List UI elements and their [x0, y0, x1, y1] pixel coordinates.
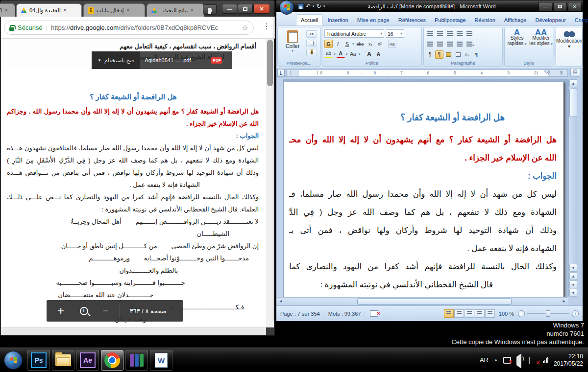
clear-formatting-button[interactable]: Aa — [388, 40, 396, 48]
chevron-down-icon[interactable]: ▾ — [352, 42, 354, 46]
sort-button[interactable]: A↓ — [463, 50, 471, 59]
paste-button[interactable]: Coller ▾ — [282, 30, 303, 53]
office-button[interactable] — [279, 0, 294, 15]
bold-button[interactable]: G — [324, 40, 333, 48]
subscript-button[interactable]: x₂ — [367, 40, 375, 48]
increase-indent-button[interactable] — [465, 30, 474, 38]
address-bar[interactable]: Sécurisé | https://drive.google.com/driv… — [4, 21, 254, 35]
underline-button[interactable]: S — [343, 40, 351, 48]
change-styles-button[interactable]: AA Modifier les styles ▾ — [529, 30, 553, 46]
chevron-down-icon[interactable]: ▾ — [334, 52, 336, 56]
tab-close-icon[interactable]: × — [190, 7, 194, 14]
line-spacing-button[interactable]: ▾ — [465, 40, 476, 48]
multilevel-list-button[interactable] — [445, 30, 454, 38]
web-layout-view-button[interactable] — [465, 309, 474, 318]
ltr-paragraph-button[interactable]: ¶ — [426, 50, 434, 59]
word-page[interactable]: هل الرافضة أو الشيعة كفار ؟ هل الرافضة أ… — [284, 82, 564, 297]
tab-search-results[interactable]: نتائج البحث - × — [147, 3, 204, 17]
word-document-area[interactable]: 2 3 4 5 6 7 8 9 10 11 12 هل الرافضة أو ا… — [276, 79, 568, 297]
tab-partial[interactable]: 00 × — [0, 3, 15, 17]
volume-icon[interactable]: ) — [516, 357, 524, 364]
language-indicator[interactable]: AR — [480, 356, 489, 364]
justify-button[interactable] — [455, 40, 464, 48]
scrollbar-thumb[interactable] — [569, 89, 577, 117]
profile-button[interactable] — [203, 4, 217, 15]
grow-font-button[interactable]: A — [365, 50, 373, 58]
redo-icon[interactable]: ↻ — [317, 3, 321, 10]
zoom-thumb[interactable] — [546, 310, 550, 317]
shading-button[interactable] — [444, 50, 453, 59]
bullets-button[interactable] — [426, 30, 435, 38]
tab-affichage[interactable]: Affichage — [500, 15, 531, 25]
scroll-down-button[interactable]: ▼ — [569, 264, 577, 272]
group-label[interactable]: Presse-pa... — [278, 60, 320, 66]
group-label[interactable]: Police — [322, 60, 421, 66]
tab-active-drive[interactable]: العقيدة وال04 × — [16, 3, 82, 17]
group-label[interactable]: Paragraphe — [424, 60, 502, 66]
tab-data-entry[interactable]: 5 إدخال بيانات × — [83, 3, 145, 17]
magnifier-icon[interactable] — [80, 307, 88, 315]
zoom-in-button[interactable]: + — [572, 310, 579, 317]
ruler-toggle-button[interactable]: ▤ — [570, 68, 580, 77]
borders-button[interactable] — [454, 50, 462, 59]
save-icon[interactable] — [298, 3, 304, 9]
taskbar-item-chrome[interactable] — [101, 350, 123, 371]
word-count-status[interactable]: Mots : 99,367 — [324, 311, 366, 317]
rtl-paragraph-button[interactable]: ¶ — [435, 50, 443, 59]
signal-strength-icon[interactable] — [543, 357, 548, 363]
tab-publipostage[interactable]: Publipostage — [430, 15, 470, 25]
previous-page-button[interactable]: ▲ — [569, 272, 577, 280]
highlight-color-button[interactable]: ab — [324, 50, 333, 58]
scroll-left-button[interactable]: ◄ — [277, 298, 285, 305]
chevron-down-icon[interactable]: ▾ — [313, 4, 315, 8]
taskbar-item-explorer[interactable] — [52, 350, 74, 371]
tab-complements[interactable]: Compléments — [570, 15, 588, 25]
taskbar-item-word[interactable]: W — [150, 350, 172, 371]
taskbar-item-photoshop[interactable]: Ps — [27, 350, 50, 371]
scrollbar-thumb[interactable] — [267, 40, 273, 86]
bookmark-star-icon[interactable]: ☆ — [242, 23, 248, 32]
scroll-up-button[interactable]: ▲ — [569, 79, 577, 87]
next-file-arrow-button[interactable]: → — [248, 52, 260, 66]
zoom-out-button[interactable]: − — [95, 305, 117, 317]
zoom-level[interactable]: 100 % — [495, 311, 518, 317]
font-size-combobox[interactable]: 16▾ — [386, 29, 404, 38]
format-painter-button[interactable] — [306, 49, 317, 56]
decrease-indent-button[interactable] — [455, 30, 464, 38]
zoom-track[interactable] — [527, 313, 569, 314]
align-center-button[interactable] — [436, 40, 444, 48]
show-formatting-button[interactable]: ¶ — [472, 50, 481, 59]
scroll-right-button[interactable]: ► — [560, 298, 568, 305]
vertical-ruler[interactable]: 2 3 4 5 6 7 8 9 10 11 12 — [276, 79, 284, 297]
strikethrough-button[interactable]: abe — [355, 40, 366, 48]
tab-stop-selector[interactable]: L — [277, 69, 285, 77]
url-text[interactable]: https://drive.google.com/drive/folders/0… — [51, 24, 239, 31]
word-minimize-button[interactable]: — — [539, 2, 552, 11]
word-maximize-button[interactable] — [553, 2, 567, 11]
modification-button[interactable]: Modification ▾ — [556, 31, 582, 49]
tab-insertion[interactable]: Insertion — [323, 15, 352, 25]
word-vertical-scrollbar[interactable]: ▲ ▼ ▲ ● ▼ — [568, 79, 577, 297]
chrome-menu-icon[interactable]: ⋮ — [263, 22, 270, 31]
action-center-flag-icon[interactable] — [530, 357, 538, 364]
network-disconnected-icon[interactable] — [503, 357, 511, 364]
copy-button[interactable] — [306, 40, 317, 47]
word-horizontal-scrollbar[interactable]: ◄ ► — [276, 297, 568, 305]
chevron-down-icon[interactable]: ▾ — [358, 52, 360, 56]
italic-button[interactable]: I — [334, 40, 342, 48]
shrink-font-button[interactable]: A — [374, 50, 383, 58]
tab-developpeur[interactable]: Développeur — [531, 15, 570, 25]
quick-styles-button[interactable]: A Styles rapides ▾ — [505, 30, 529, 46]
zoom-in-button[interactable]: + — [47, 304, 73, 318]
print-layout-view-button[interactable] — [444, 309, 454, 318]
start-button[interactable] — [4, 351, 23, 370]
proofing-error-icon[interactable] — [370, 310, 378, 317]
font-name-combobox[interactable]: Traditional Arabic▾ — [324, 29, 384, 38]
chrome-maximize-button[interactable] — [238, 4, 253, 14]
chrome-minimize-button[interactable]: — — [222, 4, 237, 14]
page-count-status[interactable]: Page : 7 sur 354 — [276, 311, 324, 317]
numbering-button[interactable] — [436, 30, 444, 38]
superscript-button[interactable]: x² — [376, 40, 384, 48]
tab-revision[interactable]: Révision — [470, 15, 500, 25]
align-right-button[interactable] — [445, 40, 454, 48]
